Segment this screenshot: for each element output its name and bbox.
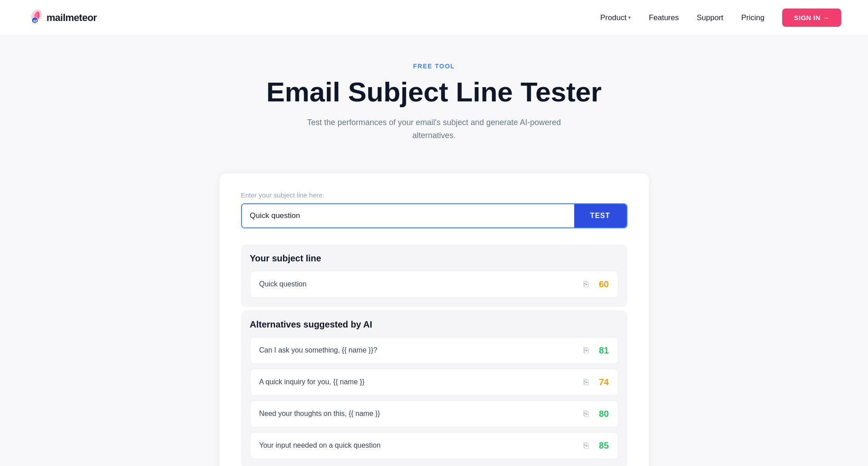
alternatives-title: Alternatives suggested by AI [250, 319, 618, 330]
alt-score-1: 74 [595, 377, 609, 387]
list-item: Your input needed on a quick question ⎘ … [250, 432, 618, 459]
list-item: Can I ask you something, {{ name }}? ⎘ 8… [250, 337, 618, 364]
sign-in-button[interactable]: SIGN IN → [782, 8, 841, 27]
nav-features[interactable]: Features [649, 13, 679, 22]
test-button[interactable]: TEST [574, 204, 627, 227]
your-subject-title: Your subject line [250, 253, 618, 264]
chevron-down-icon: ▾ [628, 15, 631, 21]
subject-input[interactable] [242, 204, 574, 227]
list-item: A quick inquiry for you, {{ name }} ⎘ 74 [250, 369, 618, 396]
your-subject-text: Quick question [259, 280, 307, 288]
svg-text:M: M [33, 18, 37, 23]
page-title: Email Subject Line Tester [9, 77, 859, 107]
brand-name: mailmeteor [47, 12, 97, 24]
input-section: Enter your subject line here: TEST [241, 191, 627, 228]
tool-card: Enter your subject line here: TEST Your … [220, 173, 649, 466]
alternatives-section: Alternatives suggested by AI Can I ask y… [241, 311, 627, 466]
alt-text-1: A quick inquiry for you, {{ name }} [259, 378, 365, 386]
list-item: Need your thoughts on this, {{ name }} ⎘… [250, 400, 618, 428]
your-subject-section: Your subject line Quick question ⎘ 60 [241, 244, 627, 307]
copy-icon[interactable]: ⎘ [584, 280, 589, 289]
alt-text-0: Can I ask you something, {{ name }}? [259, 346, 377, 354]
hero-section: FREE TOOL Email Subject Line Tester Test… [0, 36, 868, 160]
logo[interactable]: M mailmeteor [27, 10, 97, 26]
nav-links: Product ▾ Features Support Pricing SIGN … [600, 8, 841, 27]
input-label: Enter your subject line here: [241, 191, 627, 199]
nav-pricing[interactable]: Pricing [741, 13, 765, 22]
free-tool-badge: FREE TOOL [9, 63, 859, 70]
copy-icon[interactable]: ⎘ [584, 378, 589, 387]
copy-icon[interactable]: ⎘ [584, 441, 589, 450]
nav-support[interactable]: Support [697, 13, 724, 22]
navbar: M mailmeteor Product ▾ Features Support … [0, 0, 868, 36]
copy-icon[interactable]: ⎘ [584, 346, 589, 355]
your-subject-score: 60 [595, 279, 609, 290]
alt-score-2: 80 [595, 409, 609, 419]
nav-product[interactable]: Product ▾ [600, 13, 631, 22]
hero-subtitle: Test the performances of your email's su… [300, 116, 568, 142]
alt-text-3: Your input needed on a quick question [259, 441, 381, 449]
alt-score-3: 85 [595, 441, 609, 451]
logo-icon: M [27, 10, 43, 26]
your-subject-item: Quick question ⎘ 60 [250, 271, 618, 298]
alt-score-0: 81 [595, 345, 609, 356]
alt-text-2: Need your thoughts on this, {{ name }} [259, 410, 380, 418]
copy-icon[interactable]: ⎘ [584, 409, 589, 419]
input-row: TEST [241, 203, 627, 228]
your-subject-right: ⎘ 60 [584, 279, 609, 290]
